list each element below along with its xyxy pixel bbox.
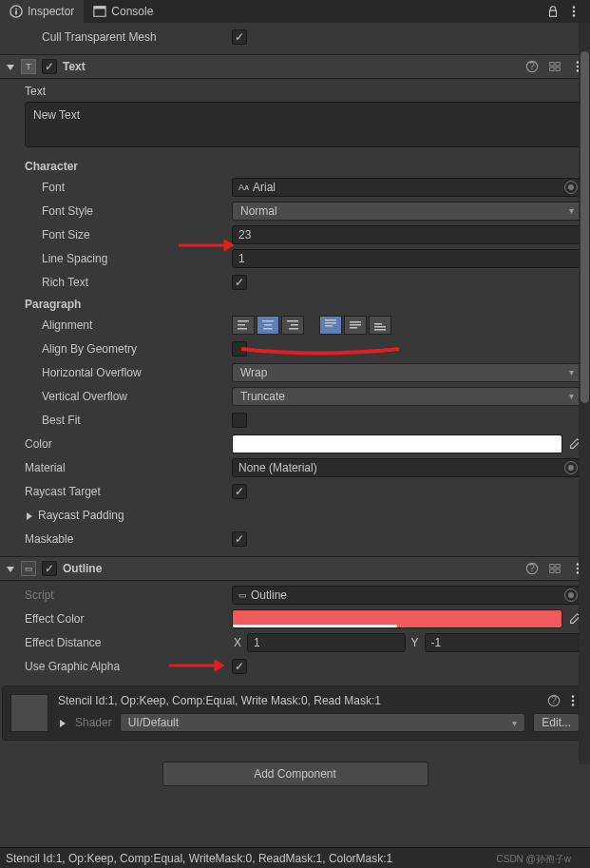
scrollbar[interactable] <box>579 23 590 764</box>
hoverflow-dropdown[interactable]: Wrap <box>232 363 582 382</box>
script-field: ▭Outline <box>232 586 582 605</box>
material-inspector: Stencil Id:1, Op:Keep, Comp:Equal, Write… <box>2 685 588 741</box>
foldout-icon[interactable] <box>6 62 15 71</box>
text-label: Text <box>8 81 582 98</box>
fontstyle-label: Font Style <box>8 204 226 218</box>
effectdistance-label: Effect Distance <box>8 636 226 649</box>
foldout-icon[interactable] <box>6 564 15 573</box>
object-picker-icon <box>564 588 578 602</box>
raycast-padding-label[interactable]: Raycast Padding <box>8 509 226 522</box>
align-right-button[interactable] <box>281 316 304 335</box>
align-middle-button[interactable] <box>344 316 367 335</box>
help-icon[interactable]: ? <box>525 562 539 575</box>
preset-icon[interactable] <box>548 562 561 575</box>
fontstyle-dropdown[interactable]: Normal <box>232 202 582 221</box>
fontsize-input[interactable] <box>232 225 582 244</box>
svg-point-47 <box>572 695 575 698</box>
object-picker-icon[interactable] <box>564 181 578 194</box>
scrollbar-thumb[interactable] <box>580 51 589 403</box>
help-icon[interactable]: ? <box>547 694 561 707</box>
outline-enabled-checkbox[interactable] <box>42 561 57 576</box>
text-component-header[interactable]: T Text ? <box>0 54 590 79</box>
svg-rect-35 <box>374 329 386 331</box>
add-component-button[interactable]: Add Component <box>162 762 428 786</box>
object-picker-icon[interactable] <box>564 461 578 474</box>
svg-rect-21 <box>262 320 274 322</box>
material-field[interactable]: None (Material) <box>232 458 582 477</box>
text-enabled-checkbox[interactable] <box>42 59 57 74</box>
svg-rect-33 <box>374 323 382 325</box>
inspector-content: Cull Transparent Mesh T Text ? Text New … <box>0 23 590 845</box>
info-icon <box>10 5 23 18</box>
outline-component-title: Outline <box>63 562 520 575</box>
edit-button[interactable]: Edit... <box>533 713 580 732</box>
svg-rect-34 <box>374 326 386 328</box>
material-thumbnail[interactable] <box>10 694 48 732</box>
kebab-icon[interactable] <box>566 694 580 707</box>
help-icon[interactable]: ? <box>525 60 539 73</box>
cull-transparent-checkbox[interactable] <box>232 29 247 45</box>
align-left-button[interactable] <box>232 316 255 335</box>
script-component-icon: ▭ <box>21 561 36 576</box>
svg-point-49 <box>572 704 575 706</box>
tab-bar: Inspector Console <box>0 0 590 23</box>
paragraph-section: Paragraph <box>8 294 582 313</box>
raycast-target-checkbox[interactable] <box>232 484 247 499</box>
svg-rect-4 <box>94 7 105 10</box>
richtext-label: Rich Text <box>8 276 226 289</box>
script-label: Script <box>8 588 226 602</box>
effectcolor-field[interactable] <box>232 609 562 628</box>
tab-inspector-label: Inspector <box>28 5 74 18</box>
svg-rect-28 <box>325 322 336 324</box>
color-field[interactable] <box>232 434 562 453</box>
hoverflow-label: Horizontal Overflow <box>8 366 226 379</box>
svg-point-48 <box>572 700 575 703</box>
maskable-checkbox[interactable] <box>232 531 247 547</box>
linespacing-input[interactable] <box>232 249 582 268</box>
text-input[interactable]: New Text <box>25 102 582 147</box>
richtext-checkbox[interactable] <box>232 275 247 290</box>
voverflow-dropdown[interactable]: Truncate <box>232 387 582 406</box>
raycast-target-label: Raycast Target <box>8 485 226 498</box>
svg-rect-2 <box>15 10 17 14</box>
preset-icon[interactable] <box>548 60 561 73</box>
lock-icon[interactable] <box>546 5 560 18</box>
svg-point-6 <box>573 6 576 9</box>
effectdistance-y-input[interactable] <box>425 633 583 652</box>
voverflow-label: Vertical Overflow <box>8 390 226 403</box>
shader-dropdown[interactable]: UI/Default <box>120 713 526 732</box>
svg-rect-27 <box>325 319 336 321</box>
fontsize-label: Font Size <box>8 228 226 241</box>
effectdistance-x-input[interactable] <box>247 633 406 652</box>
svg-rect-13 <box>550 68 554 71</box>
kebab-icon[interactable] <box>567 5 580 18</box>
svg-rect-14 <box>556 68 560 71</box>
font-asset-icon: Aᴀ <box>238 183 249 192</box>
alignbygeom-label: Align By Geometry <box>8 342 226 356</box>
align-top-button[interactable] <box>319 316 342 335</box>
character-section: Character <box>8 156 582 175</box>
align-center-button[interactable] <box>257 316 279 335</box>
linespacing-label: Line Spacing <box>8 252 226 265</box>
bestfit-checkbox[interactable] <box>232 413 247 428</box>
svg-rect-38 <box>550 565 554 569</box>
maskable-label: Maskable <box>8 532 226 546</box>
color-label: Color <box>8 437 226 451</box>
svg-rect-39 <box>556 565 560 569</box>
svg-rect-32 <box>350 327 357 329</box>
usegraphicalpha-checkbox[interactable] <box>232 659 247 674</box>
svg-rect-11 <box>550 63 554 67</box>
align-bottom-button[interactable] <box>369 316 391 335</box>
usegraphicalpha-label: Use Graphic Alpha <box>8 660 226 673</box>
console-icon <box>93 5 106 18</box>
alignbygeom-checkbox[interactable] <box>232 341 247 357</box>
outline-component-header[interactable]: ▭ Outline ? <box>0 556 590 581</box>
status-text: Stencil Id:1, Op:Keep, Comp:Equal, Write… <box>6 852 392 865</box>
tab-console[interactable]: Console <box>84 0 162 23</box>
foldout-right-icon <box>25 511 34 520</box>
svg-rect-25 <box>291 324 298 326</box>
watermark: CSDN @孙孢子w <box>497 853 572 866</box>
tab-inspector[interactable]: Inspector <box>0 0 84 23</box>
font-field[interactable]: AᴀArial <box>232 178 582 197</box>
foldout-right-icon[interactable] <box>58 718 67 727</box>
